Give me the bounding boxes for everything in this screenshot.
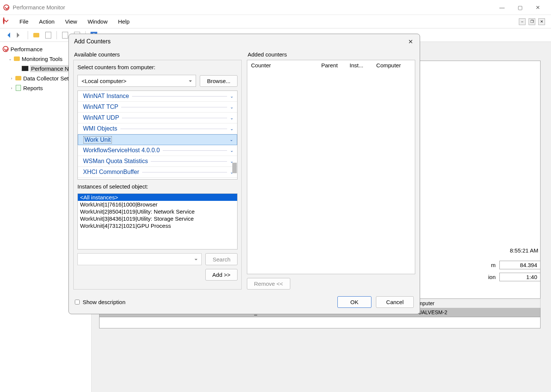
menu-action[interactable]: Action [34,16,60,27]
toolbar-forward-button[interactable] [14,30,25,40]
window-title: Performance Monitor [13,4,499,10]
window-maximize-button[interactable]: ▢ [517,4,523,10]
instance-search-input[interactable] [77,253,202,265]
folder-icon [13,55,20,62]
window-close-button[interactable]: ✕ [535,4,541,10]
dialog-close-button[interactable]: ✕ [407,37,414,47]
show-description-checkbox-input[interactable] [75,300,80,304]
perf-icon [2,46,9,52]
counter-item[interactable]: WinNAT TCP⌄ [78,102,237,113]
mdi-restore-button[interactable]: ❐ [529,18,535,25]
stat-duration-label: ion [488,274,496,280]
window-minimize-button[interactable]: — [499,4,505,10]
folder-icon [15,75,22,82]
added-th-instance[interactable]: Inst... [346,60,373,70]
ok-button[interactable]: OK [337,296,372,308]
tree-root-label: Performance [10,46,43,52]
tree-monitoring-tools-label: Monitoring Tools [22,56,62,62]
show-description-checkbox[interactable]: Show description [75,299,125,305]
menu-help[interactable]: Help [113,16,135,27]
legend-header-computer: Computer [408,299,541,308]
stat-max-value: 84.394 [499,261,541,269]
app-icon [3,4,10,11]
cancel-button[interactable]: Cancel [376,296,414,308]
available-counters-label: Available counters [73,49,242,60]
counter-item[interactable]: WinNAT UDP⌄ [78,113,237,123]
tree-expand-icon[interactable]: › [10,76,13,80]
stat-max-label: m [491,262,496,268]
tree-performance-monitor-label: Performance N [30,65,70,72]
tree-data-collector-label: Data Collector Set [23,75,69,82]
chevron-down-icon[interactable]: ⌄ [230,105,233,110]
added-th-counter[interactable]: Counter [247,60,318,70]
available-counters-list[interactable]: WinNAT Instance⌄ WinNAT TCP⌄ WinNAT UDP⌄… [77,91,238,180]
toolbar-properties-icon[interactable] [43,30,53,40]
counter-item[interactable]: WorkflowServiceHost 4.0.0.0⌄ [78,145,237,156]
mdi-minimize-button[interactable]: – [519,18,526,25]
computer-select-value: <Local computer> [82,78,126,84]
instances-list[interactable]: <All instances> WorkUnit|1|7616|1000|Bro… [77,193,238,249]
browse-button[interactable]: Browse... [200,75,238,87]
counter-item[interactable]: WinNAT Instance⌄ [78,91,237,102]
instance-item[interactable]: WorkUnit|3|8436|1019|Utility: Storage Se… [78,215,237,222]
menu-view[interactable]: View [60,16,82,27]
monitor-icon [22,65,28,72]
toolbar-back-button[interactable] [2,30,13,40]
chevron-down-icon[interactable]: ⌄ [230,137,233,142]
legend-computer: \\RUALVESM-2 [408,308,541,317]
instance-item-selected[interactable]: <All instances> [78,194,237,201]
menubar: File Action View Window Help – ❐ ✕ [0,15,551,28]
menu-window[interactable]: Window [82,16,113,27]
added-counters-table[interactable]: Counter Parent Inst... Computer [247,60,415,274]
counter-item-selected[interactable]: Work Unit⌄ [78,134,237,145]
chart-timestamp: 8:55:21 AM [510,247,538,254]
instance-item[interactable]: WorkUnit|1|7616|1000|Browser [78,201,237,208]
instance-item[interactable]: WorkUnit|2|8504|1019|Utility: Network Se… [78,208,237,215]
remove-button[interactable]: Remove << [247,278,290,290]
added-th-parent[interactable]: Parent [318,60,346,70]
mdi-close-button[interactable]: ✕ [538,18,545,25]
counter-item[interactable]: WSMan Quota Statistics⌄ [78,156,237,167]
report-icon [15,85,22,91]
counter-item[interactable]: XHCI CommonBuffer⌄ [78,167,237,178]
tree-expand-icon[interactable]: › [10,86,13,90]
instances-label: Instances of selected object: [77,183,238,190]
app-icon-small [3,18,10,25]
chevron-down-icon[interactable]: ⌄ [230,94,233,99]
tree-reports-label: Reports [23,85,43,91]
instance-item[interactable]: WorkUnit|4|7312|1021|GPU Process [78,222,237,229]
tree-collapse-icon[interactable]: ⌄ [8,57,12,61]
search-button[interactable]: Search [205,253,238,265]
window-titlebar: Performance Monitor — ▢ ✕ [0,0,551,15]
menu-file[interactable]: File [14,16,34,27]
select-from-computer-label: Select counters from computer: [77,64,238,71]
dialog-title: Add Counters [74,38,407,45]
chevron-down-icon[interactable]: ⌄ [230,126,233,131]
chevron-down-icon[interactable]: ⌄ [230,148,233,153]
added-counters-label: Added counters [247,49,415,60]
toolbar-open-icon[interactable] [31,30,42,40]
scrollbar-thumb[interactable] [232,163,237,173]
computer-select[interactable]: <Local computer> [77,75,196,87]
counter-item[interactable]: WMI Objects⌄ [78,123,237,134]
add-button[interactable]: Add >> [205,269,238,281]
stat-duration-value: 1:40 [499,273,541,281]
add-counters-dialog: Add Counters ✕ Available counters Select… [68,34,420,314]
show-description-label: Show description [83,299,125,305]
added-th-computer[interactable]: Computer [373,60,415,70]
chevron-down-icon[interactable]: ⌄ [230,116,233,120]
